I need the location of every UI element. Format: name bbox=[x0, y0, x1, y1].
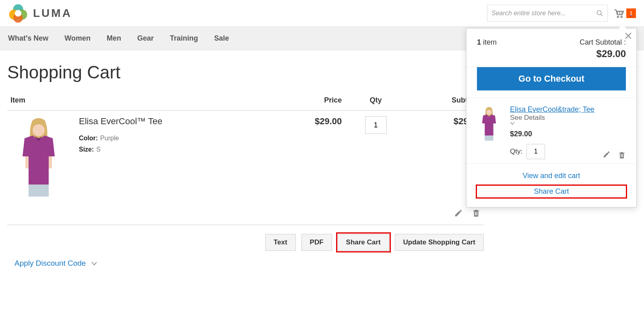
nav-sale[interactable]: Sale bbox=[214, 34, 229, 43]
share-cart-button[interactable]: Share Cart bbox=[338, 234, 389, 251]
text-button[interactable]: Text bbox=[265, 234, 296, 251]
edit-item-icon[interactable] bbox=[454, 209, 463, 217]
cart-table: Item Price Qty Subtotal bbox=[7, 90, 484, 225]
cart-actions: Text PDF Share Cart Update Shopping Cart bbox=[7, 225, 484, 255]
go-to-checkout-button[interactable]: Go to Checkout bbox=[477, 67, 626, 90]
cart-icon bbox=[613, 8, 625, 18]
nav-men[interactable]: Men bbox=[107, 34, 121, 43]
apply-discount-toggle[interactable]: Apply Discount Code bbox=[14, 259, 97, 267]
svg-line-6 bbox=[601, 14, 603, 16]
remove-item-icon[interactable] bbox=[618, 150, 626, 159]
minicart-item-image[interactable] bbox=[477, 105, 504, 159]
svg-point-11 bbox=[617, 16, 619, 18]
col-qty: Qty bbox=[345, 90, 407, 111]
update-cart-button[interactable]: Update Shopping Cart bbox=[395, 234, 484, 251]
svg-point-4 bbox=[15, 10, 22, 17]
svg-rect-16 bbox=[29, 185, 49, 197]
qty-input[interactable] bbox=[365, 116, 387, 134]
minicart-subtotal-value: $29.00 bbox=[580, 48, 626, 59]
header: LUMA 1 bbox=[0, 0, 644, 27]
svg-point-5 bbox=[597, 10, 601, 15]
nav-training[interactable]: Training bbox=[170, 34, 198, 43]
edit-item-icon[interactable] bbox=[603, 150, 611, 159]
col-price: Price bbox=[272, 90, 345, 111]
minicart-item-price: $29.00 bbox=[510, 130, 626, 138]
minicart-toggle[interactable]: 1 bbox=[613, 8, 636, 18]
chevron-down-icon bbox=[91, 262, 97, 266]
product-info: Elisa EverCool™ Tee Color:Purple Size:S bbox=[76, 111, 272, 203]
col-item: Item bbox=[7, 90, 272, 111]
see-details-toggle[interactable]: See Details bbox=[510, 114, 626, 125]
minicart-product-name[interactable]: Elisa EverCool&trade; Tee bbox=[510, 105, 594, 113]
svg-rect-15 bbox=[25, 156, 29, 168]
cart-badge: 1 bbox=[626, 8, 636, 18]
item-price: $29.00 bbox=[272, 111, 345, 203]
size-value: S bbox=[96, 146, 101, 153]
cart-row: Elisa EverCool™ Tee Color:Purple Size:S … bbox=[7, 111, 484, 203]
minicart-qty-input[interactable] bbox=[526, 144, 545, 159]
svg-point-13 bbox=[33, 124, 45, 136]
color-value: Purple bbox=[100, 135, 119, 141]
close-icon[interactable] bbox=[624, 32, 632, 40]
view-edit-cart-link[interactable]: View and edit cart bbox=[477, 172, 626, 180]
product-name[interactable]: Elisa EverCool™ Tee bbox=[79, 116, 269, 127]
minicart-items-count: 1 item bbox=[477, 38, 497, 59]
cart-column: Item Price Qty Subtotal bbox=[7, 90, 484, 268]
header-right: 1 bbox=[487, 5, 636, 22]
svg-point-19 bbox=[487, 110, 492, 115]
remove-item-icon[interactable] bbox=[472, 208, 481, 217]
minicart: 1 item Cart Subtotal : $29.00 Go to Chec… bbox=[466, 28, 637, 207]
minicart-item: Elisa EverCool&trade; Tee See Details $2… bbox=[466, 98, 636, 163]
pdf-button[interactable]: PDF bbox=[301, 234, 332, 251]
nav-women[interactable]: Women bbox=[64, 34, 91, 43]
size-label: Size: bbox=[79, 146, 94, 153]
minicart-share-cart-link[interactable]: Share Cart bbox=[477, 186, 626, 197]
svg-point-12 bbox=[621, 16, 622, 18]
logo-mark-icon bbox=[8, 3, 28, 23]
search-icon[interactable] bbox=[596, 10, 603, 17]
logo[interactable]: LUMA bbox=[8, 3, 72, 23]
search-input[interactable] bbox=[491, 10, 596, 17]
chevron-down-icon bbox=[510, 122, 626, 125]
svg-rect-20 bbox=[485, 135, 493, 141]
item-actions bbox=[7, 202, 484, 225]
nav-gear[interactable]: Gear bbox=[137, 34, 154, 43]
minicart-qty-label: Qty: bbox=[510, 148, 522, 156]
svg-rect-14 bbox=[49, 156, 52, 168]
product-image[interactable] bbox=[7, 111, 76, 203]
discount-link-label: Apply Discount Code bbox=[14, 259, 86, 267]
minicart-subtotal-label: Cart Subtotal : bbox=[580, 38, 626, 47]
color-label: Color: bbox=[79, 135, 98, 141]
search-box[interactable] bbox=[487, 5, 608, 22]
nav-whats-new[interactable]: What's New bbox=[8, 34, 48, 43]
logo-text: LUMA bbox=[33, 7, 72, 20]
